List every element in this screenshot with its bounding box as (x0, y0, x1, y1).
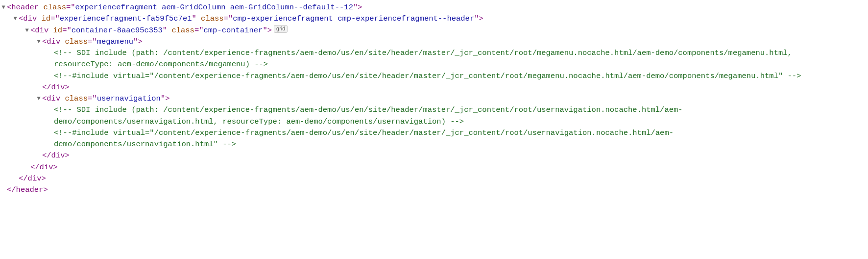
grid-badge[interactable]: grid (274, 25, 288, 33)
dom-row[interactable]: ▼<div class="megamenu"> (0, 36, 868, 48)
html-comment: <!-- SDI include (path: /content/experie… (54, 49, 792, 69)
code-line: </div> (42, 150, 70, 161)
attr-punct: " (474, 14, 479, 23)
code-line: </div> (30, 162, 58, 173)
attr-punct: " (161, 94, 165, 103)
code-line: <!-- SDI include (path: /content/experie… (54, 48, 823, 71)
dom-row[interactable]: ▼<div id="experiencefragment-fa59f5c7e1"… (0, 13, 868, 25)
tag-punct: </div> (30, 163, 58, 172)
expand-toggle-open-icon[interactable]: ▼ (35, 94, 42, 103)
attr-name: id (53, 26, 63, 35)
tag-punct: <header (7, 3, 43, 12)
attr-name: class (171, 26, 194, 35)
tag-punct: > (267, 26, 272, 35)
tag-punct: > (165, 94, 169, 103)
code-line: <header class="experiencefragment aem-Gr… (7, 2, 362, 13)
expand-toggle-open-icon[interactable]: ▼ (0, 3, 7, 12)
code-line: </header> (7, 184, 48, 196)
attr-value: cmp-container (204, 26, 263, 35)
tag-punct: </div> (42, 151, 70, 160)
html-comment: <!--#include virtual="/content/experienc… (54, 72, 801, 80)
attr-punct: =" (88, 94, 97, 103)
dom-tree: ▼<header class="experiencefragment aem-G… (0, 2, 868, 196)
tag-punct: > (138, 37, 142, 46)
expand-toggle-open-icon[interactable]: ▼ (24, 26, 30, 35)
html-comment: <!--#include virtual="/content/experienc… (54, 129, 674, 149)
dom-row[interactable]: ▼</div> (0, 82, 868, 93)
code-line: <div class="usernavigation"> (42, 93, 170, 104)
tag-punct: <div (42, 37, 65, 46)
attr-punct: =" (62, 26, 72, 35)
tag-punct: <div (42, 94, 65, 103)
dom-row[interactable]: ▼<!--#include virtual="/content/experien… (0, 71, 868, 82)
attr-punct: =" (224, 14, 233, 23)
dom-row[interactable]: ▼</header> (0, 184, 868, 196)
tag-punct: </div> (42, 83, 70, 92)
dom-row[interactable]: ▼<!-- SDI include (path: /content/experi… (0, 48, 868, 71)
expand-toggle-open-icon[interactable]: ▼ (35, 37, 42, 46)
attr-value: usernavigation (97, 94, 161, 103)
dom-row[interactable]: ▼</div> (0, 162, 868, 173)
attr-value: experiencefragment aem-GridColumn aem-Gr… (75, 3, 353, 12)
code-line: <!-- SDI include (path: /content/experie… (54, 104, 823, 128)
code-line: </div> (42, 82, 70, 93)
attr-punct: =" (88, 37, 97, 46)
attr-name: class (65, 37, 88, 46)
tag-punct: </header> (7, 185, 48, 194)
code-line: <!--#include virtual="/content/experienc… (54, 128, 823, 151)
attr-name: id (42, 14, 51, 23)
code-line: <!--#include virtual="/content/experienc… (54, 71, 801, 82)
attr-punct: " (133, 37, 138, 46)
code-line: </div> (19, 173, 46, 184)
dom-row[interactable]: ▼</div> (0, 173, 868, 184)
dom-row[interactable]: ▼<header class="experiencefragment aem-G… (0, 2, 868, 13)
attr-value: container-8aac95c353 (72, 26, 163, 35)
attr-value: cmp-experiencefragment cmp-experiencefra… (233, 14, 474, 23)
code-line: <div class="megamenu"> (42, 36, 143, 48)
attr-punct: " (163, 26, 172, 35)
attr-name: class (65, 94, 88, 103)
code-line: <div id="experiencefragment-fa59f5c7e1" … (19, 13, 483, 25)
dom-row[interactable]: ▼</div> (0, 150, 868, 161)
attr-value: experiencefragment-fa59f5c7e1 (60, 14, 192, 23)
dom-row[interactable]: ▼<!--#include virtual="/content/experien… (0, 128, 868, 151)
attr-punct: " (263, 26, 267, 35)
attr-punct: " (192, 14, 201, 23)
code-line: <div id="container-8aac95c353" class="cm… (30, 25, 272, 36)
dom-row[interactable]: ▼<div class="usernavigation"> (0, 93, 868, 104)
tag-punct: > (479, 14, 483, 23)
tag-punct: </div> (19, 174, 46, 183)
tag-punct: <div (30, 26, 53, 35)
tag-punct: > (358, 3, 362, 12)
attr-punct: =" (50, 14, 60, 23)
attr-value: megamenu (97, 37, 133, 46)
attr-name: class (201, 14, 224, 23)
attr-punct: =" (194, 26, 204, 35)
dom-row[interactable]: ▼<!-- SDI include (path: /content/experi… (0, 104, 868, 128)
html-comment: <!-- SDI include (path: /content/experie… (54, 105, 683, 126)
expand-toggle-open-icon[interactable]: ▼ (12, 14, 19, 23)
attr-punct: =" (66, 3, 75, 12)
attr-punct: " (353, 3, 358, 12)
tag-punct: <div (19, 14, 42, 23)
attr-name: class (43, 3, 66, 12)
dom-row[interactable]: ▼<div id="container-8aac95c353" class="c… (0, 25, 868, 36)
